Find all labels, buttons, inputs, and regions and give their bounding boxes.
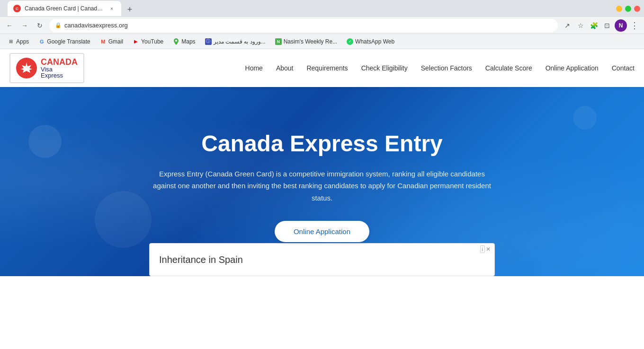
bookmark-nasim[interactable]: N Nasim's Weekly Re... [271,37,341,46]
nav-selection-factors[interactable]: Selection Factors [421,64,472,72]
bookmarks-bar: ⊞ Apps G Google Translate M Gmail ▶ YouT… [0,34,644,49]
nav-home[interactable]: Home [245,64,263,72]
address-bar-actions: ↗ ☆ 🧩 ⊡ N ⋮ [562,19,640,32]
address-bar: ← → ↻ 🔒 canadavisaexpress.org ↗ ☆ 🧩 ⊡ N … [0,17,644,34]
maximize-button[interactable] [625,6,631,12]
bookmark-maps[interactable]: Maps [169,37,199,46]
bookmark-youtube[interactable]: ▶ YouTube [129,37,167,46]
ad-info-label[interactable]: i [480,245,485,253]
hero-section: Canada Express Entry Express Entry (Cana… [0,87,644,276]
chrome-title-bar: C Canada Green Card | Canada Im... × + [0,0,644,17]
bookmark-gmail-label: Gmail [108,38,123,45]
hero-bubble-3 [573,106,597,130]
website-content: CANADA Visa Express Home About Requireme… [0,49,644,332]
logo-text: CANADA Visa Express [41,58,78,79]
nav-requirements[interactable]: Requirements [306,64,348,72]
bookmark-maps-label: Maps [181,38,195,45]
nav-calculate-score[interactable]: Calculate Score [485,64,532,72]
nav-about[interactable]: About [276,64,294,72]
bookmark-youtube-label: YouTube [141,38,163,45]
maple-leaf-icon [16,58,37,79]
svg-point-0 [175,40,177,42]
bookmark-google-translate[interactable]: G Google Translate [35,37,94,46]
whatsapp-icon: ✓ [347,38,353,45]
share-button[interactable]: ↗ [562,20,573,31]
bookmark-apps-label: Apps [16,38,29,45]
url-bar[interactable]: 🔒 canadavisaexpress.org [49,19,558,32]
tab-close-button[interactable]: × [108,5,116,12]
url-text: canadavisaexpress.org [64,22,128,29]
nasim-icon: N [275,38,282,45]
close-window-button[interactable] [634,6,640,12]
back-button[interactable]: ← [4,20,15,31]
bookmark-admin[interactable]: ⓘ ورود به قسمت مدیر... [201,37,269,46]
site-logo[interactable]: CANADA Visa Express [9,53,84,83]
new-tab-button[interactable]: + [123,3,136,16]
online-application-button[interactable]: Online Application [275,221,369,242]
logo-box: CANADA Visa Express [9,53,84,83]
refresh-button[interactable]: ↻ [34,20,45,31]
bookmark-admin-label: ورود به قسمت مدیر... [214,38,266,45]
google-translate-icon: G [38,38,45,45]
hero-description: Express Entry (Canada Green Card) is a c… [152,168,492,204]
tab-title: Canada Green Card | Canada Im... [25,5,104,12]
bookmark-gmail[interactable]: M Gmail [96,37,127,46]
extensions-button[interactable]: 🧩 [588,20,599,31]
tab-favicon: C [13,5,21,12]
ad-box: i ✕ Inheritance in Spain [149,243,495,276]
minimize-button[interactable] [616,6,622,12]
logo-canada: CANADA [41,58,78,66]
site-navigation: CANADA Visa Express Home About Requireme… [0,49,644,87]
nav-contact[interactable]: Contact [612,64,635,72]
bookmark-google-translate-label: Google Translate [47,38,90,45]
hero-bubble-2 [95,191,152,248]
bookmark-apps[interactable]: ⊞ Apps [4,37,33,46]
menu-button[interactable]: ⋮ [629,20,640,31]
logo-express: Express [41,72,78,79]
chrome-tab-bar: C Canada Green Card | Canada Im... × + [4,1,608,16]
lock-icon: 🔒 [55,22,62,28]
ad-close-area: i ✕ [480,245,491,253]
youtube-icon: ▶ [133,38,139,45]
split-button[interactable]: ⊡ [601,20,613,31]
ad-close-button[interactable]: ✕ [486,246,491,253]
nav-links: Home About Requirements Check Eligibilit… [103,64,635,72]
nav-check-eligibility[interactable]: Check Eligibility [361,64,408,72]
maps-icon [173,38,179,45]
bookmark-whatsapp-label: WhatsApp Web [355,38,394,45]
gmail-icon: M [100,38,107,45]
profile-avatar[interactable]: N [615,19,627,32]
bookmark-button[interactable]: ☆ [575,20,586,31]
active-tab[interactable]: C Canada Green Card | Canada Im... × [8,1,121,16]
hero-bubble-1 [28,125,62,158]
bookmark-nasim-label: Nasim's Weekly Re... [284,38,337,45]
nav-online-application[interactable]: Online Application [546,64,599,72]
forward-button[interactable]: → [19,20,30,31]
ad-title: Inheritance in Spain [159,254,243,265]
apps-icon: ⊞ [8,38,14,45]
admin-icon: ⓘ [205,38,212,45]
hero-title: Canada Express Entry [201,131,443,157]
bookmark-whatsapp[interactable]: ✓ WhatsApp Web [343,37,398,46]
